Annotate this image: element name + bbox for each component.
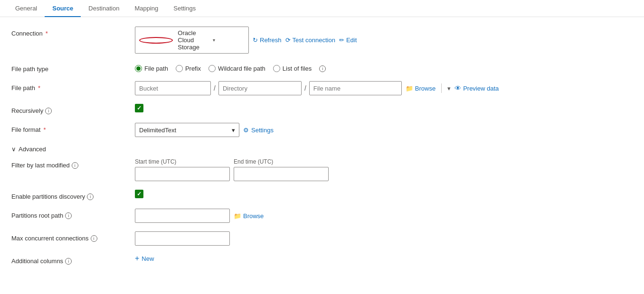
radio-filepath[interactable]: File path (135, 65, 168, 72)
max-connections-label: Max concurrent connections i (11, 231, 135, 242)
refresh-icon: ↻ (253, 37, 258, 44)
tab-settings[interactable]: Settings (166, 0, 203, 17)
browse-icon-2: 📁 (234, 212, 241, 220)
bucket-input[interactable] (135, 81, 211, 95)
file-path-inputs: / / (135, 81, 402, 95)
partitions-root-row: Partitions root path i 📁 Browse (11, 209, 606, 223)
chevron-down-icon-2[interactable]: ▾ (447, 85, 451, 92)
radio-prefix[interactable]: Prefix (176, 65, 201, 72)
max-connections-control (135, 231, 230, 246)
file-path-label: File path * (11, 81, 135, 92)
end-time-input[interactable] (234, 167, 329, 181)
file-path-row: File path * / / 📁 Browse ▾ 👁 Preview dat… (11, 81, 606, 95)
divider (441, 83, 442, 93)
info-icon-filetype[interactable]: i (319, 65, 326, 72)
advanced-toggle[interactable]: ∨ Advanced (11, 146, 606, 153)
recursively-row: Recursively i (11, 104, 606, 114)
tab-bar: General Source Destination Mapping Setti… (0, 0, 644, 17)
partitions-browse-button[interactable]: 📁 Browse (234, 212, 264, 220)
partitions-discovery-checkbox[interactable] (135, 190, 143, 198)
edit-icon: ✏ (339, 37, 344, 44)
recursively-control (135, 104, 143, 112)
chevron-down-icon-4: ∨ (11, 146, 16, 153)
partitions-root-input[interactable] (135, 209, 230, 223)
connection-icon (139, 37, 173, 44)
file-format-controls: DelimitedText ▾ ⚙ Settings (135, 123, 274, 137)
radio-wildcard[interactable]: Wildcard file path (208, 65, 265, 72)
connection-controls: Oracle Cloud Storage ▾ ↻ Refresh ⟳ Test … (135, 27, 357, 54)
browse-button[interactable]: 📁 Browse (406, 85, 436, 92)
test-connection-button[interactable]: ⟳ Test connection (285, 37, 335, 44)
info-icon-recursively[interactable]: i (45, 108, 52, 114)
path-separator-2: / (302, 84, 309, 92)
end-time-section: End time (UTC) (234, 158, 329, 181)
info-icon-partitions[interactable]: i (87, 193, 94, 200)
tab-source[interactable]: Source (45, 0, 81, 17)
tab-destination[interactable]: Destination (81, 0, 127, 17)
directory-input[interactable] (218, 81, 302, 95)
main-content: Connection * Oracle Cloud Storage ▾ ↻ Re… (0, 17, 617, 283)
add-new-button[interactable]: + New (135, 254, 154, 263)
end-time-label: End time (UTC) (234, 158, 329, 165)
filename-input[interactable] (309, 81, 402, 95)
chevron-down-icon: ▾ (213, 37, 245, 43)
info-icon-root-path[interactable]: i (65, 212, 72, 219)
recursively-checkbox[interactable] (135, 104, 143, 112)
file-path-type-options: File path Prefix Wildcard file path List… (135, 62, 326, 72)
tab-mapping[interactable]: Mapping (127, 0, 166, 17)
file-format-label: File format * (11, 123, 135, 133)
test-icon: ⟳ (285, 37, 291, 44)
start-time-section: Start time (UTC) (135, 158, 230, 181)
preview-data-button[interactable]: 👁 Preview data (455, 84, 499, 92)
radio-listfiles[interactable]: List of files (273, 65, 312, 72)
file-path-type-label: File path type (11, 62, 135, 73)
additional-columns-control: + New (135, 254, 154, 263)
partitions-root-controls: 📁 Browse (135, 209, 264, 223)
info-icon-filter[interactable]: i (72, 162, 78, 169)
tab-general[interactable]: General (8, 0, 45, 17)
partitions-discovery-control (135, 190, 143, 198)
max-connections-row: Max concurrent connections i (11, 231, 606, 246)
start-time-label: Start time (UTC) (135, 158, 230, 165)
refresh-button[interactable]: ↻ Refresh (253, 37, 282, 44)
browse-icon: 📁 (406, 85, 413, 92)
file-path-type-row: File path type File path Prefix Wildcard… (11, 62, 606, 73)
preview-icon: 👁 (455, 84, 461, 92)
additional-columns-row: Additional columns i + New (11, 254, 606, 265)
connection-label: Connection * (11, 27, 135, 37)
additional-columns-label: Additional columns i (11, 254, 135, 265)
plus-icon: + (135, 254, 139, 263)
partitions-root-label: Partitions root path i (11, 209, 135, 219)
file-format-row: File format * DelimitedText ▾ ⚙ Settings (11, 123, 606, 137)
path-separator-1: / (211, 84, 218, 92)
file-path-controls: / / 📁 Browse ▾ 👁 Preview data (135, 81, 499, 95)
edit-button[interactable]: ✏ Edit (339, 37, 357, 44)
start-time-input[interactable] (135, 167, 230, 181)
chevron-down-icon-3: ▾ (232, 127, 235, 134)
filter-row: Filter by last modified i Start time (UT… (11, 158, 606, 181)
info-icon-connections[interactable]: i (91, 235, 97, 242)
filter-controls: Start time (UTC) End time (UTC) (135, 158, 329, 181)
connection-dropdown[interactable]: Oracle Cloud Storage ▾ (135, 27, 249, 54)
settings-icon: ⚙ (243, 127, 249, 134)
connection-row: Connection * Oracle Cloud Storage ▾ ↻ Re… (11, 27, 606, 54)
partitions-discovery-label: Enable partitions discovery i (11, 190, 135, 200)
info-icon-columns[interactable]: i (65, 258, 72, 265)
partitions-discovery-row: Enable partitions discovery i (11, 190, 606, 200)
file-format-dropdown[interactable]: DelimitedText ▾ (135, 123, 239, 137)
settings-button[interactable]: ⚙ Settings (243, 127, 274, 134)
filter-label: Filter by last modified i (11, 158, 135, 169)
recursively-label: Recursively i (11, 104, 135, 114)
max-connections-input[interactable] (135, 231, 230, 246)
